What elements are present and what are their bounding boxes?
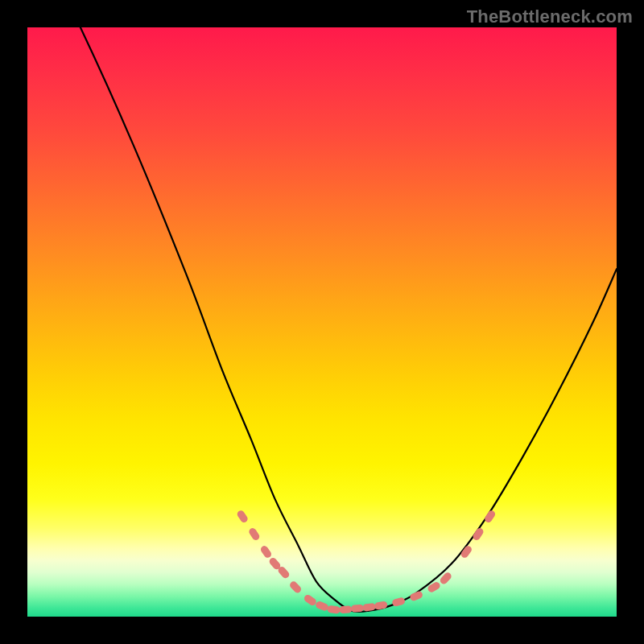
highlight-point (236, 509, 249, 523)
highlight-point (483, 509, 496, 523)
highlight-point (303, 593, 317, 607)
highlighted-points (236, 509, 497, 613)
highlight-point (409, 590, 423, 601)
plot-area (27, 27, 617, 617)
highlight-point (427, 580, 441, 593)
chart-wrapper: TheBottleneck.com (0, 0, 644, 644)
highlight-point (248, 526, 261, 541)
highlight-point (315, 601, 329, 612)
bottleneck-curve (27, 27, 617, 612)
highlight-point (259, 544, 273, 559)
highlight-point (374, 601, 388, 610)
highlight-point (472, 526, 485, 541)
highlight-point (327, 605, 341, 614)
watermark-text: TheBottleneck.com (467, 6, 633, 27)
highlight-point (339, 605, 352, 613)
highlight-point (288, 580, 303, 595)
curve-layer (27, 27, 617, 617)
highlight-point (391, 597, 406, 607)
